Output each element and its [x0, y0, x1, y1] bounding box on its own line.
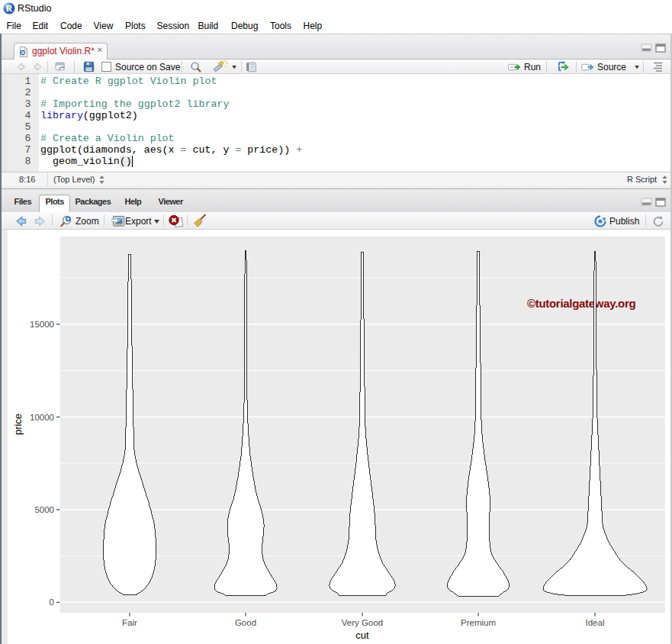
svg-text:©tutorialgateway.org: ©tutorialgateway.org [527, 297, 635, 310]
svg-text:Ideal: Ideal [586, 618, 605, 627]
svg-text:Premium: Premium [461, 618, 496, 627]
svg-text:Very Good: Very Good [342, 618, 383, 627]
svg-text:5000: 5000 [34, 505, 54, 514]
svg-text:price: price [12, 414, 24, 435]
svg-text:R: R [21, 50, 25, 55]
svg-text:15000: 15000 [30, 320, 54, 329]
svg-text:10000: 10000 [30, 413, 54, 422]
svg-text:Fair: Fair [122, 618, 137, 627]
svg-text:0: 0 [50, 597, 54, 607]
svg-text:R: R [6, 4, 13, 13]
svg-text:cut: cut [355, 630, 369, 641]
svg-text:Good: Good [235, 618, 256, 627]
